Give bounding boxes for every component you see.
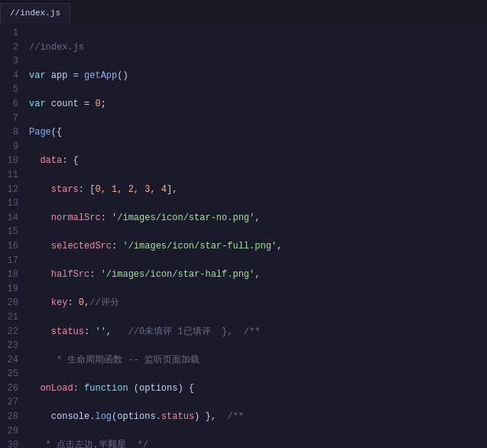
code-line: * 点击左边,半颗星 */ [29, 438, 487, 448]
code-content[interactable]: //index.js var app = getApp() var count … [24, 23, 487, 448]
code-line: var count = 0; [29, 97, 487, 112]
file-tab[interactable]: //index.js [0, 3, 70, 23]
code-line: normalSrc: '/images/icon/star-no.png', [29, 211, 487, 226]
code-line: onLoad: function (options) { [29, 381, 487, 396]
code-line: * 生命周期函数 -- 监听页面加载 [29, 353, 487, 368]
code-line: Page({ [29, 125, 487, 140]
code-line: key: 0,//评分 [29, 296, 487, 310]
tab-bar: //index.js [0, 0, 487, 23]
code-line: var app = getApp() [29, 69, 487, 83]
code-line: data: { [29, 154, 487, 168]
code-line: halfSrc: '/images/icon/star-half.png', [29, 268, 487, 282]
code-line: stars: [0, 1, 2, 3, 4], [29, 183, 487, 197]
code-editor: //index.js 12345 678910 1112131415 16171… [0, 0, 487, 448]
code-line: //index.js [29, 41, 487, 55]
code-line: selectedSrc: '/images/icon/star-full.png… [29, 239, 487, 254]
line-numbers: 12345 678910 1112131415 1617181920 21222… [0, 23, 24, 448]
code-line: status: '', //0未填评 1已填评 }, /** [29, 325, 487, 339]
code-line: console.log(options.status) }, /** [29, 410, 487, 424]
code-area: 12345 678910 1112131415 1617181920 21222… [0, 23, 487, 448]
